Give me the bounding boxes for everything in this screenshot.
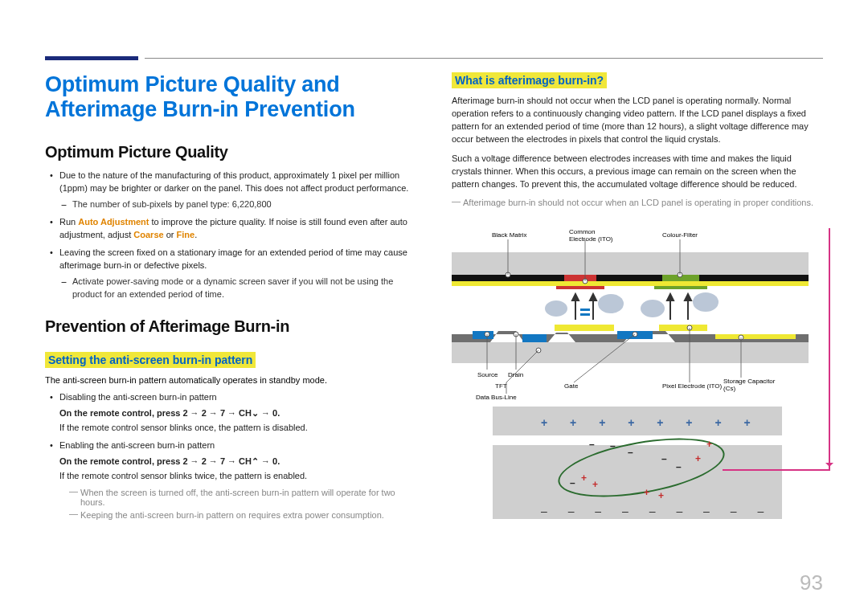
sym-plus-4: + [592,479,598,490]
svg-rect-5 [556,286,604,289]
heading-pattern: Setting the anti-screen burn-in pattern [45,352,256,368]
label-colour-filter: Colour-Filter [662,231,698,239]
fine-link[interactable]: Fine [177,230,195,239]
svg-marker-14 [685,294,691,300]
svg-rect-4 [452,281,809,286]
period: . [194,230,197,239]
note-extra-power: Keeping the anti-screen burn-in pattern … [69,510,418,520]
svg-point-16 [598,294,624,313]
label-tft: TFT [495,382,507,390]
bullet-auto-adjust: Run Auto Adjustment to improve the pictu… [59,216,418,242]
bullet-1ppm: Due to the nature of the manufacturing o… [59,170,418,211]
svg-marker-8 [572,294,579,300]
magenta-arrow-horizontal [723,469,830,471]
svg-marker-12 [667,294,674,300]
sym-minus-6: – [676,461,682,472]
page-title: Optimum Picture Quality and Afterimage B… [45,72,418,122]
sym-plus-1: + [706,439,712,450]
para-2: Such a voltage difference between electr… [452,153,823,191]
svg-rect-26 [659,325,707,331]
sub-powersave: Activate power-saving mode or a dynamic … [72,276,418,301]
svg-point-18 [693,292,719,312]
lcd-cross-section-diagram: Black Matrix Common Electrode (ITO) Colo… [452,222,809,397]
label-data-bus: Data Bus-Line [476,394,517,401]
remote-sequence-up: On the remote control, press 2 → 2 → 7 →… [59,456,418,468]
sym-minus-1: – [589,439,595,450]
right-column: What is afterimage burn-in? Afterimage b… [452,72,823,523]
content-columns: Optimum Picture Quality and Afterimage B… [45,72,823,523]
note-two-hours: When the screen is turned off, the anti-… [69,488,418,507]
svg-rect-1 [452,275,809,281]
sym-plus-5: + [644,487,649,498]
svg-rect-25 [555,325,614,331]
svg-rect-6 [654,286,707,289]
lcd-diagram-svg [452,222,809,397]
sym-minus-5: – [570,477,575,488]
svg-rect-20 [580,313,590,316]
label-black-matrix: Black Matrix [492,231,527,239]
bullets-pattern: Disabling the anti-screen burn-in patter… [45,391,418,483]
sub-pixel-count: The number of sub-pixels by panel type: … [72,198,418,211]
header-accent-bar [45,56,138,60]
bullet-stationary-text: Leaving the screen fixed on a stationary… [59,247,407,270]
svg-point-17 [641,300,665,317]
svg-rect-21 [452,342,809,363]
svg-rect-2 [564,275,596,281]
page-number: 93 [800,570,823,595]
sym-minus-2: – [610,440,616,452]
bullets-optimum: Due to the nature of the manufacturing o… [45,170,418,300]
bullet-1ppm-text: Due to the nature of the manufacturing o… [59,170,408,193]
sym-plus-2: + [695,453,701,464]
remote-sequence-down: On the remote control, press 2 → 2 → 7 →… [59,407,418,420]
disable-result: If the remote control sensor blinks once… [59,422,418,435]
bullet-enable: Enabling the anti-screen burn-in pattern… [59,439,418,483]
or-text: or [164,230,177,239]
label-storage-cap: Storage Capacitor (Cs) [723,378,784,392]
heading-prevention: Prevention of Afterimage Burn-in [45,317,418,336]
run-prefix: Run [59,217,78,227]
disable-text: Disabling the anti-screen burn-in patter… [59,392,217,402]
label-common-electrode: Common Electrode (ITO) [569,228,620,243]
magenta-arrow-vertical [829,228,830,469]
heading-optimum: Optimum Picture Quality [45,143,418,161]
plus-row: + + + + + + + + [541,416,760,429]
para-1: Afterimage burn-in should not occur when… [452,95,823,146]
svg-rect-0 [452,252,809,275]
sym-minus-3: – [628,447,633,458]
label-source: Source [477,371,497,378]
svg-marker-10 [590,294,596,300]
enable-result: If the remote control sensor blinks twic… [59,470,418,483]
header-rule [145,58,823,59]
bullet-disable: Disabling the anti-screen burn-in patter… [59,391,418,435]
label-pixel-electrode: Pixel Electrode (ITO) [662,382,722,390]
coarse-link[interactable]: Coarse [133,230,163,239]
left-column: Optimum Picture Quality and Afterimage B… [45,72,418,523]
label-gate: Gate [564,382,578,390]
pattern-intro: The anti-screen burn-in pattern automati… [45,374,418,386]
svg-rect-27 [715,334,796,339]
charge-distribution-diagram: + + + + + + + + – – – – – – – – – – – – … [493,407,782,519]
svg-rect-19 [580,309,590,311]
svg-point-15 [545,300,567,317]
sym-plus-6: + [658,490,664,501]
enable-text: Enabling the anti-screen burn-in pattern [59,440,215,450]
sym-plus-3: + [581,472,587,484]
minus-row: – – – – – – – – – [541,505,772,517]
auto-adjustment-link[interactable]: Auto Adjustment [78,217,149,227]
heading-what-is: What is afterimage burn-in? [452,72,607,88]
note-proper-conditions: Afterimage burn-in should not occur when… [452,198,823,207]
label-drain: Drain [508,371,523,378]
sym-minus-4: – [661,453,667,464]
bullet-stationary: Leaving the screen fixed on a stationary… [59,247,418,301]
svg-rect-22 [473,331,493,339]
svg-rect-23 [522,334,547,342]
